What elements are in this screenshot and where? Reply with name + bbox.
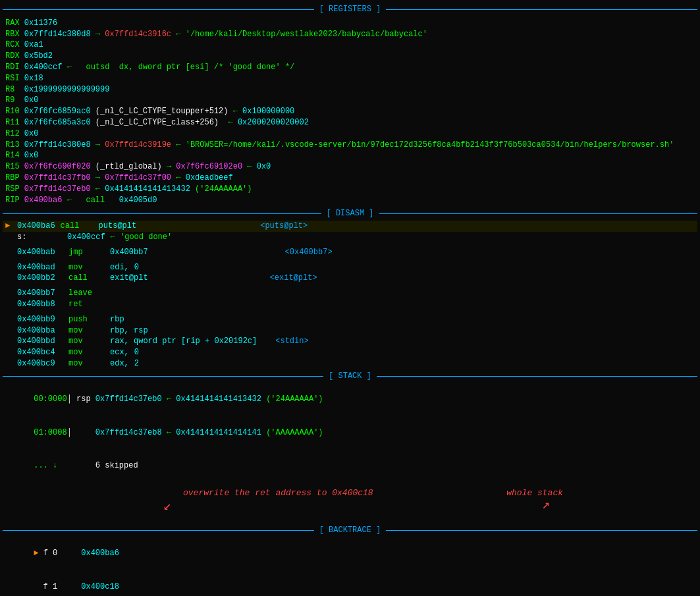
reg-r9: R9 0x0 xyxy=(5,95,695,106)
reg-rsp: RSP 0x7ffd14c37eb0 ← 0x4141414141413432 … xyxy=(5,184,695,195)
overwrite-annotation: overwrite the ret address to 0x400c18 xyxy=(183,487,373,499)
stack-label: [ STACK ] xyxy=(323,371,377,382)
registers-label: [ REGISTERS ] xyxy=(314,4,387,15)
reg-r15: R15 0x7f6fc690f020 (_rtld_global) → 0x7f… xyxy=(5,161,695,173)
disasm-leave: 0x400bb7 leave xyxy=(3,288,697,299)
registers-header: [ REGISTERS ] xyxy=(3,4,697,15)
reg-r13: R13 0x7ffd14c380e8 → 0x7ffd14c3919e ← 'B… xyxy=(5,140,695,151)
reg-r11: R11 0x7f6fc685a3c0 (_nl_C_LC_CTYPE_class… xyxy=(5,117,695,128)
disasm-mov-edi: 0x400bad mov edi, 0 xyxy=(3,262,697,273)
reg-rbp: RBP 0x7ffd14c37fb0 → 0x7ffd14c37f00 ← 0x… xyxy=(5,173,695,184)
annotations-area: overwrite the ret address to 0x400c18 wh… xyxy=(5,484,695,524)
disasm-mov-rbp: 0x400bba mov rbp, rsp xyxy=(3,325,697,337)
stack-row-0: 00:0000│ rsp 0x7ffd14c37eb0 ← 0x41414141… xyxy=(5,383,695,416)
disasm-ret: 0x400bb8 ret xyxy=(3,299,697,310)
overwrite-arrow: ↙ xyxy=(163,497,171,516)
disasm-header: [ DISASM ] xyxy=(3,208,697,219)
whole-stack-annotation: whole stack xyxy=(506,487,563,499)
bt-row-1: f 1 0x400c18 xyxy=(5,570,695,596)
disasm-section: ► 0x400ba6 call puts@plt <puts@plt> s: 0… xyxy=(3,221,697,369)
disasm-label: [ DISASM ] xyxy=(321,208,379,219)
reg-r8: R8 0x1999999999999999 xyxy=(5,84,695,95)
bt-row-0: ► f 0 0x400ba6 xyxy=(5,537,695,570)
disasm-jmp: 0x400bab jmp 0x400bb7 <0x400bb7> xyxy=(3,247,697,258)
registers-block: RAX 0x11376 RBX 0x7ffd14c380d8 → 0x7ffd1… xyxy=(3,16,697,207)
reg-rbx: RBX 0x7ffd14c380d8 → 0x7ffd14c3916c ← '/… xyxy=(5,29,695,40)
whole-stack-arrow: ↗ xyxy=(542,496,550,514)
reg-rip: RIP 0x400ba6 ← call 0x4005d0 xyxy=(5,195,695,206)
disasm-call-exit: 0x400bb2 call exit@plt <exit@plt> xyxy=(3,273,697,284)
disasm-mov-edx: 0x400bc9 mov edx, 2 xyxy=(3,358,697,369)
reg-rdi: RDI 0x400ccf ← outsd dx, dword ptr [esi]… xyxy=(5,62,695,73)
reg-rax: RAX 0x11376 xyxy=(5,18,695,29)
stack-section: 00:0000│ rsp 0x7ffd14c37eb0 ← 0x41414141… xyxy=(3,383,697,483)
disasm-push-rbp: 0x400bb9 push rbp xyxy=(3,314,697,325)
stack-row-skipped: ... ↓ 6 skipped xyxy=(5,449,695,482)
disasm-s-line: s: 0x400ccf ← 'good done' xyxy=(3,232,697,243)
disasm-mov-ecx: 0x400bc4 mov ecx, 0 xyxy=(3,347,697,358)
backtrace-header: [ BACKTRACE ] xyxy=(3,525,697,536)
backtrace-section: ► f 0 0x400ba6 f 1 0x400c18 xyxy=(3,537,697,596)
backtrace-label: [ BACKTRACE ] xyxy=(314,525,387,536)
reg-r14: R14 0x0 xyxy=(5,150,695,161)
disasm-mov-rax: 0x400bbd mov rax, qword ptr [rip + 0x201… xyxy=(3,336,697,347)
terminal: [ REGISTERS ] RAX 0x11376 RBX 0x7ffd14c3… xyxy=(0,0,700,596)
stack-row-1: 01:0008│ 0x7ffd14c37eb8 ← 0x414141414141… xyxy=(5,416,695,449)
reg-rsi: RSI 0x18 xyxy=(5,73,695,84)
reg-r12: R12 0x0 xyxy=(5,128,695,140)
reg-rdx: RDX 0x5bd2 xyxy=(5,51,695,62)
reg-rcx: RCX 0xa1 xyxy=(5,40,695,51)
reg-r10: R10 0x7f6fc6859ac0 (_nl_C_LC_CTYPE_toupp… xyxy=(5,106,695,117)
disasm-current: ► 0x400ba6 call puts@plt <puts@plt> xyxy=(3,221,697,232)
stack-header: [ STACK ] xyxy=(3,371,697,382)
